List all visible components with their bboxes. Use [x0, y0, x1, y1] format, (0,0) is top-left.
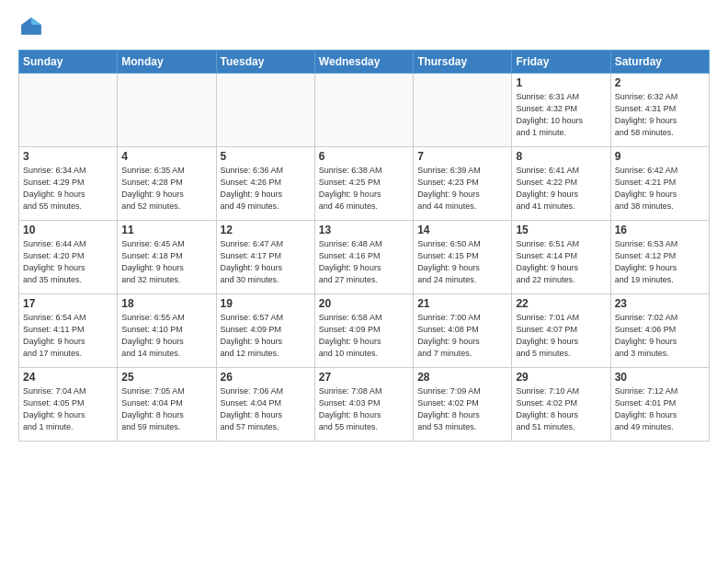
day-cell: [19, 74, 118, 147]
day-info: Sunrise: 6:34 AM Sunset: 4:29 PM Dayligh…: [23, 165, 113, 213]
day-number: 8: [516, 150, 606, 163]
day-cell: [314, 74, 413, 147]
week-row-3: 17Sunrise: 6:54 AM Sunset: 4:11 PM Dayli…: [19, 294, 710, 368]
day-cell: [216, 74, 314, 147]
page: SundayMondayTuesdayWednesdayThursdayFrid…: [0, 0, 728, 563]
day-number: 2: [615, 76, 705, 89]
day-cell: [414, 74, 512, 147]
day-number: 16: [615, 224, 705, 236]
day-number: 11: [121, 224, 211, 236]
day-number: 28: [417, 371, 507, 384]
day-number: 30: [615, 371, 705, 384]
day-info: Sunrise: 6:48 AM Sunset: 4:16 PM Dayligh…: [319, 238, 409, 286]
day-number: 19: [221, 297, 311, 310]
weekday-header-tuesday: Tuesday: [216, 51, 314, 74]
day-info: Sunrise: 6:44 AM Sunset: 4:20 PM Dayligh…: [23, 238, 113, 286]
weekday-header-row: SundayMondayTuesdayWednesdayThursdayFrid…: [19, 51, 710, 74]
day-cell: 7Sunrise: 6:39 AM Sunset: 4:23 PM Daylig…: [414, 147, 512, 221]
day-cell: 14Sunrise: 6:50 AM Sunset: 4:15 PM Dayli…: [414, 221, 512, 294]
day-cell: 10Sunrise: 6:44 AM Sunset: 4:20 PM Dayli…: [19, 221, 118, 294]
day-number: 15: [516, 224, 606, 236]
day-cell: 2Sunrise: 6:32 AM Sunset: 4:31 PM Daylig…: [610, 74, 709, 147]
calendar: SundayMondayTuesdayWednesdayThursdayFrid…: [18, 50, 710, 442]
day-number: 22: [516, 297, 606, 310]
day-info: Sunrise: 6:55 AM Sunset: 4:10 PM Dayligh…: [121, 312, 211, 360]
day-cell: 16Sunrise: 6:53 AM Sunset: 4:12 PM Dayli…: [610, 221, 709, 294]
day-cell: 1Sunrise: 6:31 AM Sunset: 4:32 PM Daylig…: [512, 74, 610, 147]
day-info: Sunrise: 6:32 AM Sunset: 4:31 PM Dayligh…: [615, 91, 705, 139]
day-info: Sunrise: 6:57 AM Sunset: 4:09 PM Dayligh…: [221, 312, 311, 360]
day-info: Sunrise: 6:38 AM Sunset: 4:25 PM Dayligh…: [319, 165, 409, 213]
day-info: Sunrise: 6:39 AM Sunset: 4:23 PM Dayligh…: [417, 165, 507, 213]
day-info: Sunrise: 7:12 AM Sunset: 4:01 PM Dayligh…: [615, 385, 705, 433]
day-number: 12: [221, 224, 311, 236]
weekday-header-wednesday: Wednesday: [314, 51, 413, 74]
day-info: Sunrise: 6:36 AM Sunset: 4:26 PM Dayligh…: [221, 165, 311, 213]
svg-marker-1: [31, 17, 41, 25]
day-cell: 19Sunrise: 6:57 AM Sunset: 4:09 PM Dayli…: [216, 294, 314, 368]
day-number: 17: [23, 297, 113, 310]
day-cell: 29Sunrise: 7:10 AM Sunset: 4:02 PM Dayli…: [512, 368, 610, 442]
day-cell: 5Sunrise: 6:36 AM Sunset: 4:26 PM Daylig…: [216, 147, 314, 221]
day-info: Sunrise: 6:42 AM Sunset: 4:21 PM Dayligh…: [615, 165, 705, 213]
day-info: Sunrise: 6:54 AM Sunset: 4:11 PM Dayligh…: [23, 312, 113, 360]
day-number: 29: [516, 371, 606, 384]
day-cell: 11Sunrise: 6:45 AM Sunset: 4:18 PM Dayli…: [118, 221, 216, 294]
day-cell: 3Sunrise: 6:34 AM Sunset: 4:29 PM Daylig…: [19, 147, 118, 221]
day-info: Sunrise: 6:50 AM Sunset: 4:15 PM Dayligh…: [417, 238, 507, 286]
day-number: 5: [221, 150, 311, 163]
day-number: 1: [516, 76, 606, 89]
day-cell: 13Sunrise: 6:48 AM Sunset: 4:16 PM Dayli…: [314, 221, 413, 294]
day-info: Sunrise: 6:47 AM Sunset: 4:17 PM Dayligh…: [221, 238, 311, 286]
day-info: Sunrise: 7:04 AM Sunset: 4:05 PM Dayligh…: [23, 385, 113, 433]
day-number: 27: [319, 371, 409, 384]
weekday-header-thursday: Thursday: [414, 51, 512, 74]
day-number: 9: [615, 150, 705, 163]
day-cell: 23Sunrise: 7:02 AM Sunset: 4:06 PM Dayli…: [610, 294, 709, 368]
day-number: 24: [23, 371, 113, 384]
day-cell: 4Sunrise: 6:35 AM Sunset: 4:28 PM Daylig…: [118, 147, 216, 221]
day-info: Sunrise: 7:05 AM Sunset: 4:04 PM Dayligh…: [121, 385, 211, 433]
day-info: Sunrise: 6:45 AM Sunset: 4:18 PM Dayligh…: [121, 238, 211, 286]
week-row-2: 10Sunrise: 6:44 AM Sunset: 4:20 PM Dayli…: [19, 221, 710, 294]
weekday-header-sunday: Sunday: [19, 51, 118, 74]
day-number: 3: [23, 150, 113, 163]
day-cell: 26Sunrise: 7:06 AM Sunset: 4:04 PM Dayli…: [216, 368, 314, 442]
day-cell: [118, 74, 216, 147]
weekday-header-friday: Friday: [512, 51, 610, 74]
week-row-4: 24Sunrise: 7:04 AM Sunset: 4:05 PM Dayli…: [19, 368, 710, 442]
day-cell: 12Sunrise: 6:47 AM Sunset: 4:17 PM Dayli…: [216, 221, 314, 294]
day-number: 20: [319, 297, 409, 310]
day-info: Sunrise: 7:06 AM Sunset: 4:04 PM Dayligh…: [221, 385, 311, 433]
day-info: Sunrise: 6:51 AM Sunset: 4:14 PM Dayligh…: [516, 238, 606, 286]
day-number: 23: [615, 297, 705, 310]
day-cell: 24Sunrise: 7:04 AM Sunset: 4:05 PM Dayli…: [19, 368, 118, 442]
weekday-header-monday: Monday: [118, 51, 216, 74]
header: [18, 15, 710, 40]
day-info: Sunrise: 7:10 AM Sunset: 4:02 PM Dayligh…: [516, 385, 606, 433]
week-row-0: 1Sunrise: 6:31 AM Sunset: 4:32 PM Daylig…: [19, 74, 710, 147]
day-cell: 22Sunrise: 7:01 AM Sunset: 4:07 PM Dayli…: [512, 294, 610, 368]
day-number: 13: [319, 224, 409, 236]
day-number: 7: [417, 150, 507, 163]
day-cell: 8Sunrise: 6:41 AM Sunset: 4:22 PM Daylig…: [512, 147, 610, 221]
day-cell: 27Sunrise: 7:08 AM Sunset: 4:03 PM Dayli…: [314, 368, 413, 442]
day-cell: 21Sunrise: 7:00 AM Sunset: 4:08 PM Dayli…: [414, 294, 512, 368]
day-cell: 17Sunrise: 6:54 AM Sunset: 4:11 PM Dayli…: [19, 294, 118, 368]
day-cell: 20Sunrise: 6:58 AM Sunset: 4:09 PM Dayli…: [314, 294, 413, 368]
day-info: Sunrise: 6:53 AM Sunset: 4:12 PM Dayligh…: [615, 238, 705, 286]
day-number: 14: [417, 224, 507, 236]
day-cell: 6Sunrise: 6:38 AM Sunset: 4:25 PM Daylig…: [314, 147, 413, 221]
day-info: Sunrise: 6:41 AM Sunset: 4:22 PM Dayligh…: [516, 165, 606, 213]
day-number: 10: [23, 224, 113, 236]
day-info: Sunrise: 6:58 AM Sunset: 4:09 PM Dayligh…: [319, 312, 409, 360]
day-number: 18: [121, 297, 211, 310]
weekday-header-saturday: Saturday: [610, 51, 709, 74]
day-info: Sunrise: 7:00 AM Sunset: 4:08 PM Dayligh…: [417, 312, 507, 360]
day-cell: 28Sunrise: 7:09 AM Sunset: 4:02 PM Dayli…: [414, 368, 512, 442]
day-info: Sunrise: 7:08 AM Sunset: 4:03 PM Dayligh…: [319, 385, 409, 433]
day-info: Sunrise: 7:09 AM Sunset: 4:02 PM Dayligh…: [417, 385, 507, 433]
day-info: Sunrise: 6:35 AM Sunset: 4:28 PM Dayligh…: [121, 165, 211, 213]
logo: [18, 15, 48, 40]
day-info: Sunrise: 6:31 AM Sunset: 4:32 PM Dayligh…: [516, 91, 606, 139]
